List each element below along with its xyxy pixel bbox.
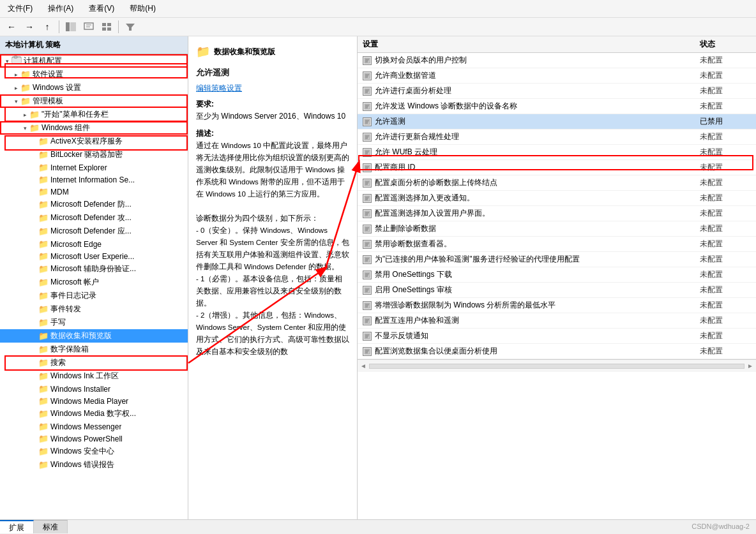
tree-node-safe-box[interactable]: 📁数字保险箱 [0, 343, 188, 356]
tree-node-win-ink[interactable]: 📁Windows Ink 工作区 [0, 369, 188, 383]
tree-node-user-exp[interactable]: 📁Microsoft User Experie... [0, 250, 188, 262]
filter-button[interactable] [123, 20, 138, 34]
tree-node-bitlocker[interactable]: 📁BitLocker 驱动器加密 [0, 148, 188, 161]
menu-file[interactable]: 文件(F) [5, 2, 35, 15]
expand-btn-win-powershell[interactable] [29, 434, 38, 443]
tree-node-win-powershell[interactable]: 📁Windows PowerShell [0, 433, 188, 445]
expand-btn-handwriting[interactable] [29, 318, 38, 327]
tree-node-handwriting[interactable]: 📁手写 [0, 316, 188, 329]
tab-standard[interactable]: 标准 [34, 520, 68, 533]
policy-row-9[interactable]: 配置遥测选择加入更改通知。未配置 [358, 191, 756, 206]
expand-btn-iis[interactable] [29, 175, 38, 184]
policy-row-icon-18 [363, 332, 372, 341]
tree-node-edge[interactable]: 📁Microsoft Edge [0, 238, 188, 250]
policy-row-14[interactable]: 禁用 OneSettings 下载未配置 [358, 267, 756, 283]
up-button[interactable]: ↑ [40, 20, 55, 34]
tree-node-search[interactable]: 📁搜索 [0, 356, 188, 369]
tree-node-windows-settings[interactable]: ▸📁Windows 设置 [0, 81, 188, 94]
expand-btn-win-media-digital[interactable] [29, 410, 38, 419]
expand-btn-win-installer[interactable] [29, 385, 38, 394]
expand-btn-mdm[interactable] [29, 188, 38, 197]
expand-btn-windows-settings[interactable]: ▸ [11, 84, 20, 93]
policy-row-0[interactable]: 切换对会员版本的用户控制未配置 [358, 53, 756, 68]
expand-btn-event-forward[interactable] [29, 305, 38, 314]
policy-link[interactable]: 编辑策略设置 [196, 84, 242, 93]
tree-node-activex[interactable]: 📁ActiveX安装程序服务 [0, 135, 188, 148]
expand-btn-defender1[interactable] [29, 200, 38, 209]
tree-node-win-media-digital[interactable]: 📁Windows Media 数字权... [0, 407, 188, 420]
forward-button[interactable]: → [22, 20, 37, 34]
tree-node-software-settings[interactable]: ▸📁软件设置 [0, 68, 188, 81]
tree-node-win-error[interactable]: 📁Windows 错误报告 [0, 458, 188, 471]
policy-row-7[interactable]: 配置商用 ID未配置 [358, 160, 756, 175]
policy-row-6[interactable]: 允许 WUfB 云处理未配置 [358, 145, 756, 160]
expand-btn-data-collection[interactable] [29, 332, 38, 341]
expand-btn-edge[interactable] [29, 240, 38, 249]
tree-node-defender1[interactable]: 📁Microsoft Defender 防... [0, 198, 188, 211]
policy-row-19[interactable]: 配置浏览数据集合以便桌面分析使用未配置 [358, 344, 756, 359]
tree-node-defender3[interactable]: 📁Microsoft Defender 应... [0, 225, 188, 238]
policy-row-13[interactable]: 为"已连接的用户体验和遥测"服务进行经验证的代理使用配置未配置 [358, 252, 756, 267]
tree-node-ie[interactable]: 📁Internet Explorer [0, 161, 188, 174]
right-scroll-bar[interactable]: ◄ ► [358, 359, 756, 372]
policy-row-17[interactable]: 配置互连用户体验和遥测未配置 [358, 313, 756, 329]
policy-row-1[interactable]: 允许商业数据管道未配置 [358, 68, 756, 84]
tree-node-start-menu[interactable]: ▸📁"开始"菜单和任务栏 [0, 108, 188, 121]
properties-button[interactable] [81, 20, 96, 34]
policy-row-5[interactable]: 允许进行更新合规性处理未配置 [358, 130, 756, 145]
policy-row-2[interactable]: 允许进行桌面分析处理未配置 [358, 84, 756, 99]
policy-row-12[interactable]: 禁用诊断数据查看器。未配置 [358, 237, 756, 252]
tree-node-data-collection[interactable]: 📁数据收集和预览版 [0, 329, 188, 343]
tree-node-admin-templates[interactable]: ▾📁管理模板 [0, 94, 188, 108]
back-button[interactable]: ← [4, 20, 19, 34]
tree-node-event-log[interactable]: 📁事件日志记录 [0, 289, 188, 302]
expand-btn-defender2[interactable] [29, 214, 38, 223]
policy-row-11[interactable]: 禁止删除诊断数据未配置 [358, 221, 756, 237]
expand-btn-assist[interactable] [29, 265, 38, 274]
policy-row-8[interactable]: 配置桌面分析的诊断数据上传终结点未配置 [358, 175, 756, 191]
policy-row-15[interactable]: 启用 OneSettings 审核未配置 [358, 283, 756, 298]
expand-btn-safe-box[interactable] [29, 345, 38, 354]
expand-btn-account[interactable] [29, 278, 38, 287]
policy-row-10[interactable]: 配置遥测选择加入设置用户界面。未配置 [358, 206, 756, 221]
expand-btn-computer-config[interactable]: ▾ [3, 57, 11, 66]
tree-node-windows-components[interactable]: ▾📁Windows 组件 [0, 121, 188, 135]
tree-node-account[interactable]: 📁Microsoft 帐户 [0, 276, 188, 289]
tab-expand[interactable]: 扩展 [0, 520, 34, 533]
tree-node-mdm[interactable]: 📁MDM [0, 186, 188, 198]
tree-node-win-installer[interactable]: 📁Windows Installer [0, 383, 188, 395]
policy-row-16[interactable]: 将增强诊断数据限制为 Windows 分析所需的最低水平未配置 [358, 298, 756, 313]
expand-btn-activex[interactable] [29, 137, 38, 146]
tree-node-computer-config[interactable]: ▾计算机配置 [0, 54, 188, 68]
tree-node-win-security[interactable]: 📁Windows 安全中心 [0, 445, 188, 458]
tree-node-defender2[interactable]: 📁Microsoft Defender 攻... [0, 211, 188, 225]
expand-btn-windows-components[interactable]: ▾ [20, 124, 29, 133]
expand-btn-admin-templates[interactable]: ▾ [11, 97, 20, 106]
expand-btn-ie[interactable] [29, 163, 38, 172]
view-button[interactable] [99, 20, 114, 34]
tree-node-iis[interactable]: 📁Internet Information Se... [0, 174, 188, 186]
expand-btn-software-settings[interactable]: ▸ [11, 70, 20, 79]
expand-btn-win-ink[interactable] [29, 372, 38, 381]
expand-btn-win-error[interactable] [29, 461, 38, 470]
expand-btn-win-security[interactable] [29, 447, 38, 456]
tree-node-win-media-player[interactable]: 📁Windows Media Player [0, 395, 188, 407]
show-hide-button[interactable] [63, 20, 79, 34]
policy-row-4[interactable]: 允许遥测已禁用 [358, 114, 756, 130]
menu-help[interactable]: 帮助(H) [127, 2, 158, 15]
tree-node-win-messenger[interactable]: 📁Windows Messenger [0, 420, 188, 433]
expand-btn-search[interactable] [29, 359, 38, 367]
policy-row-18[interactable]: 不显示反馈通知未配置 [358, 329, 756, 344]
expand-btn-win-messenger[interactable] [29, 422, 38, 431]
expand-btn-event-log[interactable] [29, 292, 38, 300]
expand-btn-defender3[interactable] [29, 227, 38, 236]
tree-node-event-forward[interactable]: 📁事件转发 [0, 302, 188, 316]
expand-btn-bitlocker[interactable] [29, 151, 38, 159]
expand-btn-user-exp[interactable] [29, 252, 38, 261]
policy-row-3[interactable]: 允许发送 Windows 诊断数据中的设备名称未配置 [358, 99, 756, 114]
menu-view[interactable]: 查看(V) [86, 2, 117, 15]
menu-action[interactable]: 操作(A) [45, 2, 76, 15]
expand-btn-win-media-player[interactable] [29, 397, 38, 406]
expand-btn-start-menu[interactable]: ▸ [20, 110, 29, 119]
tree-node-assist[interactable]: 📁Microsoft 辅助身份验证... [0, 262, 188, 276]
